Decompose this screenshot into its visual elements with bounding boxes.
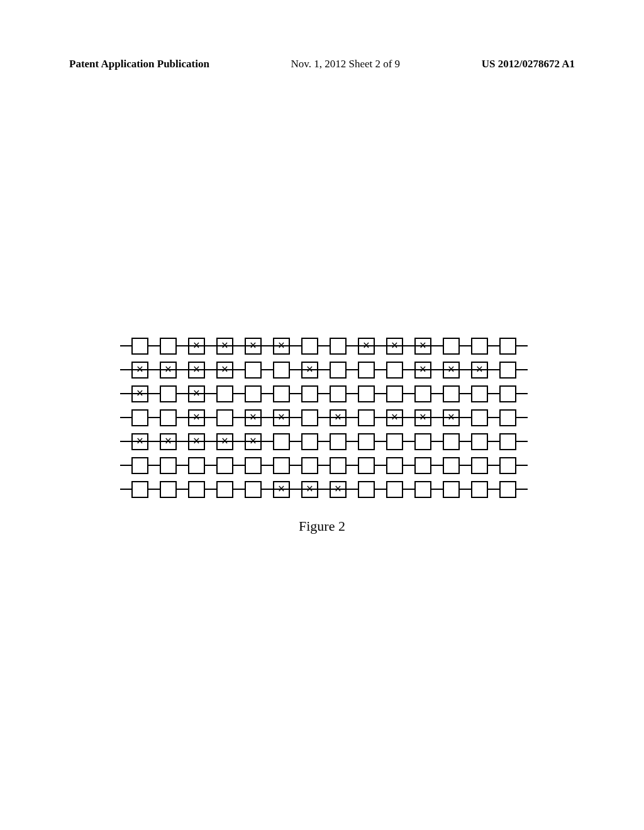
cell-connector [375, 345, 386, 346]
cell-connector [431, 489, 443, 490]
cell-connector [318, 393, 330, 394]
cell-connector [403, 441, 414, 442]
empty-cell [414, 385, 431, 402]
empty-cell [386, 362, 403, 379]
empty-cell [245, 457, 262, 474]
cell-connector [488, 489, 499, 490]
cell-connector [148, 393, 160, 394]
marked-cell [386, 409, 403, 426]
empty-cell [301, 409, 318, 426]
row-lead-line [516, 345, 528, 346]
marked-cell [414, 362, 431, 379]
empty-cell [216, 457, 233, 474]
cell-connector [205, 345, 216, 346]
marked-cell [443, 409, 460, 426]
cell-connector [233, 441, 245, 442]
empty-cell [273, 457, 290, 474]
empty-cell [131, 409, 148, 426]
empty-cell [471, 457, 488, 474]
marked-cell [330, 409, 347, 426]
empty-cell [245, 385, 262, 402]
cell-connector [262, 369, 273, 370]
cell-connector [262, 465, 273, 466]
empty-cell [245, 362, 262, 379]
row-lead-line [120, 441, 131, 442]
marked-cell [216, 362, 233, 379]
cell-connector [233, 369, 245, 370]
cell-connector [488, 417, 499, 418]
row-lead-line [120, 417, 131, 418]
row-lead-line [120, 465, 131, 466]
cell-connector [347, 369, 358, 370]
empty-cell [414, 457, 431, 474]
marked-cell [273, 481, 290, 498]
cell-connector [290, 417, 301, 418]
empty-cell [499, 385, 516, 402]
empty-cell [160, 409, 177, 426]
empty-cell [358, 409, 375, 426]
marked-cell [273, 338, 290, 355]
empty-cell [131, 481, 148, 498]
cell-connector [403, 465, 414, 466]
marked-cell [188, 338, 205, 355]
cell-connector [431, 417, 443, 418]
cell-connector [347, 345, 358, 346]
cell-connector [233, 465, 245, 466]
empty-cell [358, 433, 375, 450]
cell-connector [290, 369, 301, 370]
cell-connector [431, 441, 443, 442]
empty-cell [443, 457, 460, 474]
empty-cell [273, 433, 290, 450]
marked-cell [443, 362, 460, 379]
diagram-row [120, 431, 535, 451]
empty-cell [443, 481, 460, 498]
diagram-row [120, 384, 535, 404]
cell-connector [318, 441, 330, 442]
marked-cell [301, 362, 318, 379]
empty-cell [499, 362, 516, 379]
empty-cell [499, 457, 516, 474]
row-lead-line [120, 345, 131, 346]
cell-connector [375, 441, 386, 442]
empty-cell [386, 457, 403, 474]
cell-connector [177, 489, 188, 490]
empty-cell [499, 338, 516, 355]
empty-cell [216, 385, 233, 402]
cell-connector [347, 393, 358, 394]
empty-cell [471, 481, 488, 498]
cell-connector [460, 441, 471, 442]
diagram-row [120, 455, 535, 475]
cell-connector [177, 345, 188, 346]
cell-connector [205, 369, 216, 370]
empty-cell [471, 433, 488, 450]
marked-cell [131, 385, 148, 402]
empty-cell [301, 385, 318, 402]
empty-cell [301, 433, 318, 450]
cell-connector [488, 345, 499, 346]
marked-cell [131, 362, 148, 379]
cell-connector [488, 393, 499, 394]
marked-cell [471, 362, 488, 379]
empty-cell [358, 457, 375, 474]
empty-cell [414, 481, 431, 498]
marked-cell [188, 385, 205, 402]
figure-caption: Figure 2 [0, 518, 644, 534]
cell-connector [347, 417, 358, 418]
cell-connector [177, 441, 188, 442]
row-lead-line [120, 393, 131, 394]
empty-cell [330, 338, 347, 355]
cell-connector [233, 393, 245, 394]
cell-connector [375, 393, 386, 394]
cell-connector [375, 417, 386, 418]
cell-connector [262, 441, 273, 442]
row-lead-line [120, 489, 131, 490]
header-publication: Patent Application Publication [69, 58, 209, 70]
cell-connector [205, 489, 216, 490]
cell-connector [148, 369, 160, 370]
row-lead-line [516, 465, 528, 466]
cell-connector [375, 369, 386, 370]
cell-connector [262, 489, 273, 490]
empty-cell [443, 385, 460, 402]
row-lead-line [516, 441, 528, 442]
empty-cell [414, 433, 431, 450]
